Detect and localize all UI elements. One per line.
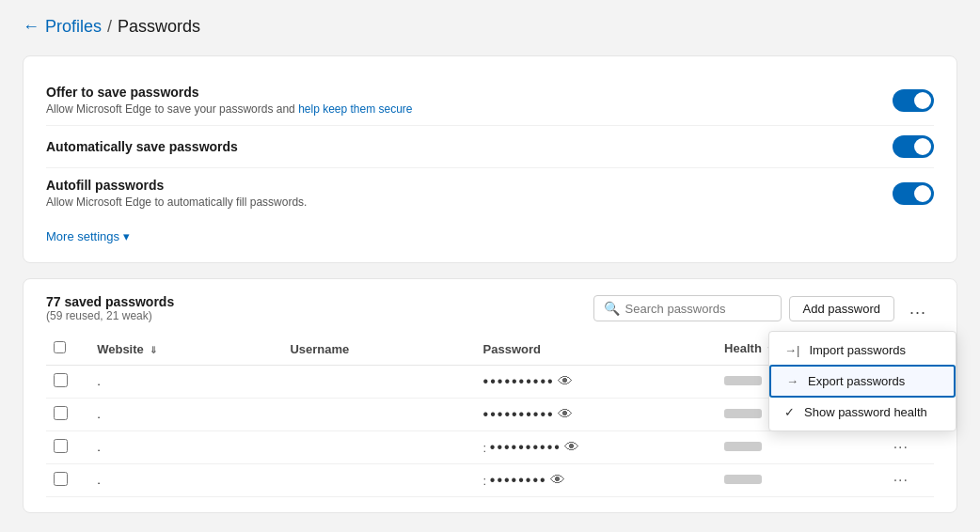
website-header: Website ⇓ — [89, 336, 282, 365]
website-sort-icon[interactable]: ⇓ — [150, 345, 157, 355]
autofill-label: Autofill passwords — [46, 178, 307, 193]
passwords-sub: (59 reused, 21 weak) — [46, 309, 174, 322]
breadcrumb-separator: / — [107, 17, 112, 37]
row-website: . — [89, 430, 282, 463]
offer-save-toggle[interactable] — [893, 89, 934, 112]
row-website: . — [89, 398, 282, 430]
row-password: : •••••••••• 👁 — [476, 430, 718, 463]
offer-save-help-link[interactable]: help keep them secure — [298, 102, 412, 116]
row-checkbox[interactable] — [54, 472, 68, 486]
show-password-icon[interactable]: 👁 — [558, 406, 573, 422]
show-password-icon[interactable]: 👁 — [558, 373, 573, 389]
export-icon: → — [786, 374, 798, 388]
autofill-toggle[interactable] — [893, 182, 934, 205]
autofill-row: Autofill passwords Allow Microsoft Edge … — [46, 167, 934, 218]
show-password-icon[interactable]: 👁 — [550, 472, 565, 488]
row-username — [282, 365, 475, 398]
back-button[interactable]: ← — [23, 17, 40, 37]
offer-save-label: Offer to save passwords — [46, 85, 413, 100]
health-bar — [724, 475, 762, 484]
more-options-button[interactable]: ... — [902, 297, 934, 321]
auto-save-label: Automatically save passwords — [46, 139, 238, 154]
show-password-icon[interactable]: 👁 — [564, 439, 579, 455]
health-bar — [724, 442, 762, 451]
table-row: . : •••••••••• 👁 ··· — [46, 430, 934, 463]
row-password: •••••••••• 👁 — [476, 398, 718, 430]
passwords-actions: 🔍 Add password ... — [593, 295, 934, 321]
row-checkbox[interactable] — [54, 439, 68, 453]
chevron-down-icon: ▾ — [123, 229, 130, 243]
passwords-count: 77 saved passwords — [46, 294, 174, 309]
password-dots: •••••••••• — [483, 406, 555, 422]
row-health — [717, 430, 886, 463]
search-icon: 🔍 — [604, 301, 620, 316]
password-dots: •••••••••• — [483, 373, 555, 389]
table-row: . : •••••••• 👁 ··· — [46, 463, 934, 496]
offer-save-row: Offer to save passwords Allow Microsoft … — [46, 75, 934, 125]
row-checkbox[interactable] — [54, 373, 68, 387]
passwords-section: ⬇ 77 saved passwords (59 reused, 21 weak… — [23, 278, 957, 513]
export-passwords-item[interactable]: → Export passwords — [769, 365, 956, 398]
row-password: •••••••••• 👁 — [476, 365, 718, 398]
context-menu: →| Import passwords → Export passwords ✓… — [768, 331, 956, 431]
breadcrumb: ← Profiles / Passwords — [23, 17, 957, 37]
row-password: : •••••••• 👁 — [476, 463, 718, 496]
check-icon: ✓ — [784, 405, 795, 419]
health-bar — [724, 376, 762, 385]
show-password-health-label: Show password health — [804, 405, 927, 419]
row-username — [282, 463, 475, 496]
settings-card: Offer to save passwords Allow Microsoft … — [23, 55, 957, 263]
passwords-header: 77 saved passwords (59 reused, 21 weak) … — [46, 294, 934, 322]
row-more-button[interactable]: ··· — [893, 472, 909, 488]
offer-save-desc: Allow Microsoft Edge to save your passwo… — [46, 102, 413, 116]
export-passwords-label: Export passwords — [808, 374, 905, 388]
search-box: 🔍 — [593, 295, 782, 321]
password-header: Password — [476, 336, 718, 365]
show-password-health-item[interactable]: ✓ Show password health — [769, 398, 956, 427]
row-website: . — [89, 365, 282, 398]
more-settings-link[interactable]: More settings ▾ — [46, 229, 934, 243]
row-website: . — [89, 463, 282, 496]
auto-save-toggle[interactable] — [893, 135, 934, 158]
page-title: Passwords — [118, 17, 200, 37]
import-passwords-label: Import passwords — [809, 343, 906, 357]
password-dots: •••••••••• — [490, 439, 561, 455]
select-all-checkbox[interactable] — [54, 341, 66, 353]
offer-save-desc-prefix: Allow Microsoft Edge to save your passwo… — [46, 102, 298, 116]
health-bar — [724, 409, 762, 418]
import-passwords-item[interactable]: →| Import passwords — [769, 336, 956, 365]
add-password-button[interactable]: Add password — [789, 296, 894, 321]
username-header: Username — [282, 336, 475, 365]
import-icon: →| — [784, 343, 799, 357]
password-dots: •••••••• — [490, 472, 547, 488]
search-input[interactable] — [625, 302, 771, 316]
row-username — [282, 398, 475, 430]
row-checkbox[interactable] — [54, 406, 68, 420]
row-health — [717, 463, 886, 496]
autofill-desc: Allow Microsoft Edge to automatically fi… — [46, 196, 307, 209]
auto-save-row: Automatically save passwords — [46, 125, 934, 167]
settings-page: ← Profiles / Passwords Offer to save pas… — [0, 0, 980, 530]
more-settings-label: More settings — [46, 229, 119, 243]
row-more-button[interactable]: ··· — [893, 439, 909, 455]
profiles-link[interactable]: Profiles — [45, 17, 102, 37]
row-username — [282, 430, 475, 463]
